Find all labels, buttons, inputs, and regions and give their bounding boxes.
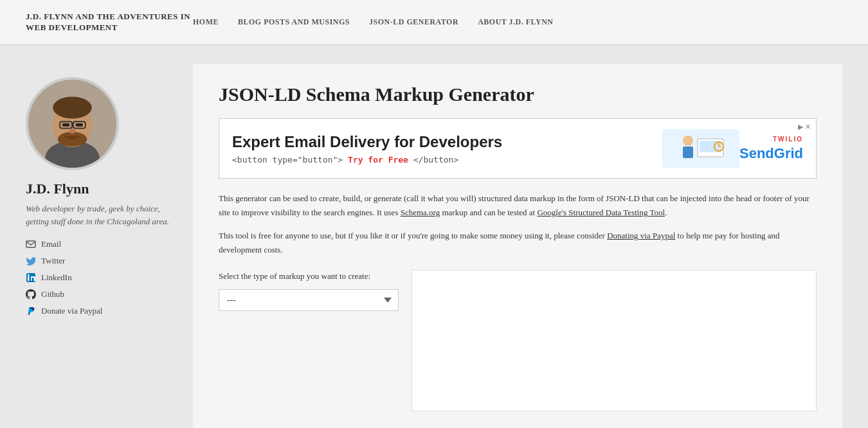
ad-banner: Expert Email Delivery for Developers <bu… (219, 118, 817, 179)
sidebar-link-github[interactable]: Github (26, 289, 174, 299)
svg-rect-7 (76, 123, 83, 127)
svg-point-15 (28, 274, 30, 276)
sidebar-link-twitter[interactable]: Twitter (26, 256, 174, 266)
page-title: JSON-LD Schema Markup Generator (219, 84, 817, 105)
ad-try-link[interactable]: Try for Free (348, 155, 408, 165)
site-title: J.D. FLYNN AND THE ADVENTURES IN WEB DEV… (26, 12, 193, 33)
ad-banner-text: Expert Email Delivery for Developers <bu… (232, 133, 662, 165)
main-nav: HOMEBLOG POSTS AND MUSINGSJSON-LD GENERA… (193, 17, 553, 27)
ad-illustration (662, 129, 739, 168)
svg-rect-6 (62, 123, 69, 127)
ad-code-suffix: </button> (413, 155, 458, 165)
ad-code-prefix: <button type="button"> (232, 155, 343, 165)
main-content: JSON-LD Schema Markup Generator Expert E… (193, 64, 842, 428)
email-icon (26, 239, 36, 249)
author-bio: Web developer by trade, geek by choice, … (26, 202, 174, 227)
page-wrapper: J.D. Flynn Web developer by trade, geek … (0, 45, 868, 428)
nav-link-json-ld-generator[interactable]: JSON-LD GENERATOR (369, 17, 458, 27)
ad-twilio-label: TWILIO (773, 136, 803, 143)
twitter-icon (26, 256, 36, 266)
nav-link-home[interactable]: HOME (193, 17, 219, 27)
svg-point-17 (683, 136, 693, 146)
ad-logo-area: TWILIO SendGrid (739, 136, 803, 162)
linkedin-icon (26, 272, 36, 283)
ad-close-button[interactable]: ▶ ✕ (798, 123, 811, 131)
donate-link[interactable]: Donating via Paypal (607, 231, 675, 240)
markup-type-select[interactable]: ---ArticleBreadcrumbEventFAQLocal Busine… (219, 289, 399, 311)
svg-point-11 (69, 129, 75, 134)
sidebar-link-label: Twitter (41, 256, 65, 266)
nav-link-about-j.d.-flynn[interactable]: ABOUT J.D. FLYNN (478, 17, 553, 27)
header: J.D. FLYNN AND THE ADVENTURES IN WEB DEV… (0, 0, 868, 45)
svg-rect-18 (683, 147, 693, 158)
sidebar: J.D. Flynn Web developer by trade, geek … (26, 64, 193, 428)
markup-select-label: Select the type of markup you want to cr… (219, 270, 399, 283)
description-paragraph-1: This generator can be used to create, bu… (219, 192, 817, 220)
output-area (411, 270, 817, 411)
sidebar-link-donate-via-paypal[interactable]: Donate via Paypal (26, 306, 174, 316)
sidebar-link-label: LinkedIn (41, 272, 72, 283)
markup-select-block: Select the type of markup you want to cr… (219, 270, 399, 411)
paypal-icon (26, 306, 36, 316)
sidebar-link-label: Github (41, 289, 64, 299)
nav-link-blog-posts-and-musings[interactable]: BLOG POSTS AND MUSINGS (238, 17, 350, 27)
ad-button-code: <button type="button"> Try for Free </bu… (232, 155, 662, 165)
svg-rect-12 (26, 241, 35, 247)
sidebar-link-label: Email (41, 239, 61, 249)
ad-sendgrid-logo: SendGrid (739, 145, 803, 162)
google-testing-tool-link[interactable]: Google's Structured Data Testing Tool (537, 208, 665, 217)
svg-point-5 (58, 132, 87, 147)
avatar (26, 77, 119, 170)
site-title-wrap: J.D. FLYNN AND THE ADVENTURES IN WEB DEV… (26, 12, 193, 33)
sidebar-links: EmailTwitterLinkedInGithubDonate via Pay… (26, 239, 174, 316)
description-paragraph-2: This tool is free for anyone to use, but… (219, 229, 817, 257)
sidebar-link-linkedin[interactable]: LinkedIn (26, 272, 174, 283)
github-icon (26, 289, 36, 299)
sidebar-link-email[interactable]: Email (26, 239, 174, 249)
svg-point-4 (53, 96, 91, 118)
avatar-image (28, 77, 116, 170)
tool-area: Select the type of markup you want to cr… (219, 270, 817, 411)
schema-org-link[interactable]: Schema.org (401, 208, 440, 217)
author-name: J.D. Flynn (26, 181, 174, 197)
sidebar-link-label: Donate via Paypal (41, 306, 102, 316)
ad-headline: Expert Email Delivery for Developers (232, 133, 662, 151)
svg-rect-14 (28, 276, 30, 281)
